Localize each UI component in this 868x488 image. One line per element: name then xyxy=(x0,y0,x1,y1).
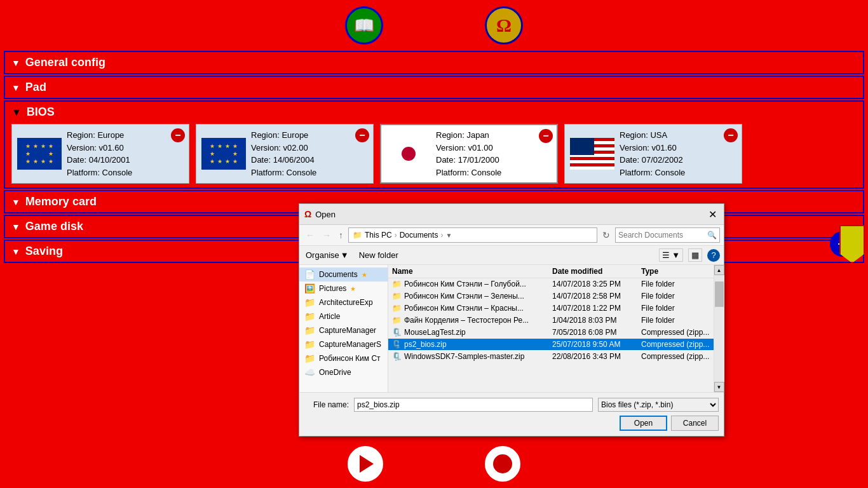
file-row-6[interactable]: 🗜️ WindowsSDK7-Samples-master.zip 22/08/… xyxy=(388,351,714,363)
file-date-cell-2: 14/07/2018 1:22 PM xyxy=(548,302,637,314)
new-folder-button[interactable]: New folder xyxy=(356,249,401,261)
file-icon-3: 📁 xyxy=(392,316,402,325)
dialog-close-button[interactable]: ✕ xyxy=(706,208,719,220)
sidebar-arch-label: ArchitectureExp xyxy=(319,298,373,307)
file-row-3[interactable]: 📁 Файн Корделия – Тестостерон Ре... 1/04… xyxy=(388,315,714,327)
sidebar-item-capture2[interactable]: 📁 CaptureManagerS xyxy=(299,337,388,351)
file-date-cell-6: 22/08/2016 3:43 PM xyxy=(548,351,637,362)
file-name-cell-2: 📁 Робинсон Ким Стэнли – Красны... xyxy=(388,302,548,314)
scroll-down-button[interactable]: ▼ xyxy=(714,382,724,392)
bc-sep2: › xyxy=(440,231,443,240)
bc-documents: Documents xyxy=(400,231,438,240)
file-icon-2: 📁 xyxy=(392,304,402,313)
scroll-up-button[interactable]: ▲ xyxy=(714,265,724,275)
search-icon: 🔍 xyxy=(707,231,717,240)
sidebar-pictures-label: Pictures xyxy=(319,284,346,293)
file-name-text-3: Файн Корделия – Тестостерон Ре... xyxy=(404,316,529,325)
file-row-2[interactable]: 📁 Робинсон Ким Стэнли – Красны... 14/07/… xyxy=(388,302,714,315)
dialog-filelist: Name Date modified Type 📁 Робинсон Ким С… xyxy=(388,265,714,392)
file-name-text-1: Робинсон Ким Стэнли – Зелены... xyxy=(404,292,524,301)
dialog-sidebar: 📄 Documents ★ 🖼️ Pictures ★ 📁 Architectu… xyxy=(299,265,388,392)
scroll-track xyxy=(714,275,724,382)
file-icon-6: 🗜️ xyxy=(392,352,402,361)
file-date-cell-4: 7/05/2018 6:08 PM xyxy=(548,327,637,338)
sidebar-item-article[interactable]: 📁 Article xyxy=(299,309,388,323)
sidebar-documents-star: ★ xyxy=(362,271,367,278)
sidebar-item-pictures[interactable]: 🖼️ Pictures ★ xyxy=(299,281,388,295)
file-type-cell-1: File folder xyxy=(637,290,714,302)
file-date-cell-3: 1/04/2018 8:03 PM xyxy=(548,315,637,326)
cancel-button[interactable]: Cancel xyxy=(671,416,719,431)
sidebar-robinson-label: Робинсон Ким Ст xyxy=(319,354,381,363)
file-name-cell-4: 🗜️ MouseLagTest.zip xyxy=(388,327,548,338)
file-row-1[interactable]: 📁 Робинсон Ким Стэнли – Зелены... 14/07/… xyxy=(388,290,714,302)
sidebar-item-robinson[interactable]: 📁 Робинсон Ким Ст xyxy=(299,351,388,365)
nav-refresh-button[interactable]: ↻ xyxy=(600,229,613,241)
footer-buttons: Open Cancel xyxy=(304,416,719,431)
sidebar-capture1-label: CaptureManager xyxy=(319,326,376,335)
bc-icon: 📁 xyxy=(353,231,362,240)
col-name[interactable]: Name xyxy=(388,265,548,278)
file-date-cell-0: 14/07/2018 3:25 PM xyxy=(548,278,637,290)
file-row-4[interactable]: 🗜️ MouseLagTest.zip 7/05/2018 6:08 PM Co… xyxy=(388,327,714,339)
sidebar-item-capture1[interactable]: 📁 CaptureManager xyxy=(299,323,388,337)
file-type-select[interactable]: Bios files (*.zip, *.bin) xyxy=(598,398,719,412)
search-bar: 🔍 xyxy=(615,227,720,243)
file-date-cell-5: 25/07/2018 9:50 AM xyxy=(548,339,637,350)
organise-button[interactable]: Organise ▼ xyxy=(303,249,351,261)
file-icon-4: 🗜️ xyxy=(392,328,402,337)
bc-sep1: › xyxy=(395,231,397,240)
sidebar-item-onedrive[interactable]: ☁️ OneDrive xyxy=(299,365,388,379)
view-details-button[interactable]: ▦ xyxy=(688,248,702,262)
nav-back-button[interactable]: ← xyxy=(303,229,317,241)
view-toggle-button[interactable]: ☰ ▼ xyxy=(659,248,683,262)
file-name-input[interactable] xyxy=(354,398,593,412)
help-button[interactable]: ? xyxy=(707,249,720,262)
sidebar-robinson-icon: 📁 xyxy=(304,353,315,363)
file-name-text-4: MouseLagTest.zip xyxy=(404,328,466,337)
sidebar-pictures-icon: 🖼️ xyxy=(304,283,315,294)
file-name-label: File name: xyxy=(304,400,349,409)
sidebar-article-label: Article xyxy=(319,312,340,321)
sidebar-pictures-star: ★ xyxy=(350,285,356,292)
sidebar-capture1-icon: 📁 xyxy=(304,325,315,336)
file-type-cell-6: Compressed (zipp... xyxy=(637,351,714,362)
file-name-text-6: WindowsSDK7-Samples-master.zip xyxy=(404,352,524,361)
dialog-footer: File name: Bios files (*.zip, *.bin) Ope… xyxy=(299,392,724,436)
file-row-0[interactable]: 📁 Робинсон Ким Стэнли – Голубой... 14/07… xyxy=(388,278,714,290)
file-dialog: Ω Open ✕ ← → ↑ 📁 This PC › Documents › ▼… xyxy=(299,203,724,437)
breadcrumb-dropdown[interactable]: ▼ xyxy=(445,232,452,239)
dialog-title: Open xyxy=(315,210,702,219)
file-name-cell-5: 🗜️ ps2_bios.zip xyxy=(388,339,548,350)
dialog-navbar: ← → ↑ 📁 This PC › Documents › ▼ ↻ 🔍 xyxy=(299,225,724,246)
file-type-cell-3: File folder xyxy=(637,315,714,326)
col-type[interactable]: Type xyxy=(637,265,714,278)
scroll-thumb[interactable] xyxy=(715,281,724,307)
sidebar-capture2-label: CaptureManagerS xyxy=(319,340,381,349)
file-rows-container: 📁 Робинсон Ким Стэнли – Голубой... 14/07… xyxy=(388,278,714,363)
filelist-scrollbar[interactable]: ▲ ▼ xyxy=(714,265,724,392)
file-name-cell-6: 🗜️ WindowsSDK7-Samples-master.zip xyxy=(388,351,548,362)
open-button[interactable]: Open xyxy=(620,416,667,431)
nav-up-button[interactable]: ↑ xyxy=(336,229,346,241)
file-name-text-0: Робинсон Ким Стэнли – Голубой... xyxy=(404,280,526,288)
file-type-cell-5: Compressed (zipp... xyxy=(637,339,714,350)
file-name-text-2: Робинсон Ким Стэнли – Красны... xyxy=(404,304,524,313)
file-date-cell-1: 14/07/2018 2:58 PM xyxy=(548,290,637,302)
col-date[interactable]: Date modified xyxy=(548,265,637,278)
search-input[interactable] xyxy=(618,231,707,240)
file-type-cell-2: File folder xyxy=(637,302,714,314)
file-row-5[interactable]: 🗜️ ps2_bios.zip 25/07/2018 9:50 AM Compr… xyxy=(388,339,714,351)
sidebar-article-icon: 📁 xyxy=(304,311,315,322)
sidebar-item-arch[interactable]: 📁 ArchitectureExp xyxy=(299,295,388,309)
sidebar-item-documents[interactable]: 📄 Documents ★ xyxy=(299,268,388,281)
sidebar-capture2-icon: 📁 xyxy=(304,339,315,349)
sidebar-documents-label: Documents xyxy=(319,270,358,279)
sidebar-documents-icon: 📄 xyxy=(304,269,315,280)
breadcrumb-bar[interactable]: 📁 This PC › Documents › ▼ xyxy=(348,227,597,243)
nav-forward-button[interactable]: → xyxy=(320,229,334,241)
dialog-body: 📄 Documents ★ 🖼️ Pictures ★ 📁 Architectu… xyxy=(299,265,724,392)
sidebar-arch-icon: 📁 xyxy=(304,297,315,308)
organise-label: Organise xyxy=(306,250,339,260)
filelist-header: Name Date modified Type xyxy=(388,265,714,278)
